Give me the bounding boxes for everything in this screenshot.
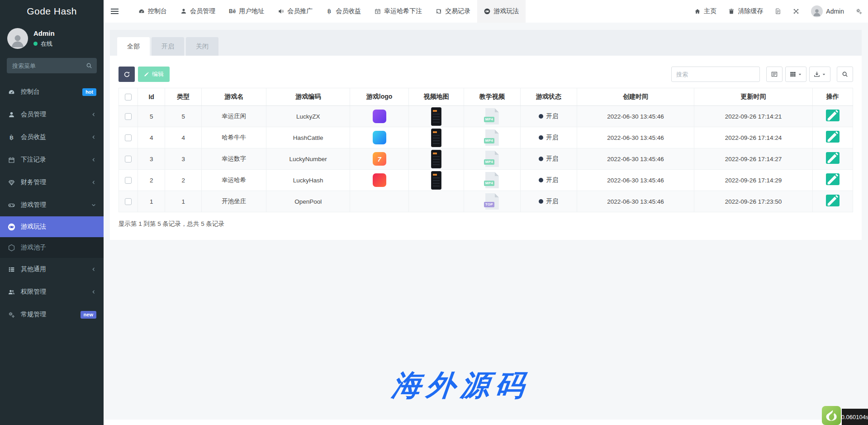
- refresh-button[interactable]: [119, 67, 135, 82]
- bitcoin-icon: B: [7, 134, 16, 141]
- menu-toggle-button[interactable]: [104, 0, 125, 23]
- cell-game-status: 开启: [520, 106, 577, 127]
- cell-video-map: [409, 170, 464, 191]
- tab-all[interactable]: 全部: [117, 37, 150, 56]
- table-search-input[interactable]: [671, 67, 760, 82]
- sidebar-item-label: 游戏池子: [21, 244, 46, 252]
- language-button[interactable]: [769, 0, 787, 23]
- sidebar-item-console[interactable]: 控制台hot: [0, 81, 104, 103]
- edit-button[interactable]: 编辑: [138, 67, 170, 82]
- status-text: 开启: [546, 112, 558, 120]
- sidebar-item-member-management[interactable]: 会员管理: [0, 103, 104, 126]
- calendar-icon: [7, 157, 16, 163]
- status-text: 开启: [546, 134, 558, 142]
- sidebar-item-game-management[interactable]: 游戏管理: [0, 194, 104, 216]
- search-button[interactable]: [837, 67, 853, 82]
- sidebar-item-label: 会员管理: [21, 110, 46, 119]
- cell-updated-time: 2022-09-26 17:14:27: [694, 148, 812, 170]
- cell-id: 2: [138, 170, 165, 191]
- cell-created-time: 2022-06-30 13:45:46: [577, 191, 694, 212]
- sidebar-item-bet-records[interactable]: 下注记录: [0, 148, 104, 171]
- select-all-checkbox[interactable]: [125, 94, 132, 100]
- table-row: 44哈希牛牛HashCattleMP4开启2022-06-30 13:45:46…: [119, 127, 853, 148]
- topnav-item-user-address[interactable]: Bē用户地址: [222, 0, 271, 23]
- topnav-item-label: 用户地址: [239, 7, 264, 15]
- home-link[interactable]: 主页: [688, 0, 722, 23]
- row-edit-button[interactable]: [826, 173, 840, 185]
- cell-game-name: 幸运数字: [202, 148, 266, 170]
- sidebar-item-label: 下注记录: [21, 156, 46, 164]
- row-edit-button[interactable]: [826, 131, 840, 143]
- user-menu[interactable]: Admin: [805, 0, 850, 23]
- sidebar-menu: 控制台hot会员管理B会员收益下注记录财务管理游戏管理游戏玩法游戏池子其他通用权…: [0, 81, 104, 326]
- person-icon: [812, 7, 822, 17]
- sidebar-item-game-pool[interactable]: 游戏池子: [0, 237, 104, 258]
- search-icon[interactable]: [86, 62, 92, 69]
- sidebar-item-member-earnings[interactable]: B会员收益: [0, 126, 104, 148]
- thinkphp-logo-icon[interactable]: [822, 406, 841, 425]
- table-panel: 编辑 Id类型游戏名游戏编码游戏logo视频地图教学视频游戏状态创建时间更新时间…: [110, 56, 862, 240]
- cell-type: 2: [165, 170, 202, 191]
- topnav-item-game-play[interactable]: 游戏玩法: [477, 0, 526, 23]
- row-edit-button[interactable]: [826, 195, 840, 206]
- game-logo-image: 7: [373, 152, 386, 166]
- clear-cache-link[interactable]: 清除缓存: [722, 0, 769, 23]
- tab-closed[interactable]: 关闭: [186, 37, 218, 56]
- cell-actions: [812, 127, 853, 148]
- topnav-item-member-promotion[interactable]: 会员推广: [271, 0, 319, 23]
- sidebar-item-label: 其他通用: [21, 265, 46, 273]
- cell-id: 5: [138, 106, 165, 127]
- th-list-icon: [7, 266, 16, 273]
- row-edit-button[interactable]: [826, 110, 840, 121]
- row-checkbox[interactable]: [125, 134, 132, 141]
- cell-game-logo: 7: [350, 148, 409, 170]
- video-map-thumbnail: [431, 171, 441, 190]
- trace-time[interactable]: 0.060104s: [842, 409, 868, 425]
- pencil-icon: [144, 72, 149, 77]
- topnav-item-member-earnings[interactable]: B会员收益: [319, 0, 368, 23]
- chevron-left-icon: [91, 134, 96, 140]
- shekel-icon: [436, 8, 442, 14]
- fullscreen-button[interactable]: [787, 0, 805, 23]
- sidebar-item-finance-management[interactable]: 财务管理: [0, 171, 104, 194]
- export-button[interactable]: [809, 67, 830, 82]
- columns-button[interactable]: [785, 67, 806, 82]
- status-label: 开启: [539, 134, 558, 142]
- topnav-item-member-management[interactable]: 会员管理: [174, 0, 222, 23]
- row-edit-button[interactable]: [826, 152, 840, 164]
- topnav-item-lucky-hash-bet[interactable]: 幸运哈希下注: [368, 0, 429, 23]
- row-checkbox[interactable]: [125, 113, 132, 120]
- chevron-left-icon: [91, 267, 96, 272]
- row-checkbox[interactable]: [125, 177, 132, 184]
- col-created-time: 创建时间: [577, 88, 694, 106]
- user-name: Admin: [33, 29, 55, 37]
- user-panel: Admin 在线: [0, 23, 104, 53]
- magnifier-icon: [842, 71, 848, 77]
- sidebar-item-general-management[interactable]: 常规管理new: [0, 303, 104, 326]
- gears-icon: [7, 311, 16, 318]
- cell-tutorial-video: MP4: [464, 170, 520, 191]
- sidebar-item-permission-management[interactable]: 权限管理: [0, 281, 104, 303]
- row-checkbox[interactable]: [125, 198, 132, 205]
- sidebar-item-game-play[interactable]: 游戏玩法: [0, 216, 104, 237]
- cell-tutorial-video: MP4: [464, 148, 520, 170]
- sidebar-item-label: 常规管理: [21, 310, 46, 319]
- sidebar-search-input[interactable]: [7, 58, 97, 73]
- col-updated-time: 更新时间: [694, 88, 812, 106]
- status-dot-icon: [539, 199, 543, 204]
- cell-actions: [812, 148, 853, 170]
- refresh-icon: [123, 71, 130, 78]
- status-dot-icon: [539, 178, 543, 182]
- topnav-item-label: 游戏玩法: [493, 7, 519, 15]
- settings-button[interactable]: [850, 0, 868, 23]
- navbar-user-label: Admin: [826, 8, 844, 15]
- sidebar-item-other-common[interactable]: 其他通用: [0, 258, 104, 281]
- tab-open[interactable]: 开启: [152, 37, 184, 56]
- cell-type: 1: [165, 191, 202, 212]
- row-checkbox[interactable]: [125, 156, 132, 162]
- video-map-thumbnail: [431, 150, 441, 168]
- topnav-item-console[interactable]: 控制台: [132, 0, 174, 23]
- detail-view-button[interactable]: [766, 67, 783, 82]
- sidebar-item-label: 会员收益: [21, 133, 46, 141]
- topnav-item-transaction-records[interactable]: 交易记录: [429, 0, 477, 23]
